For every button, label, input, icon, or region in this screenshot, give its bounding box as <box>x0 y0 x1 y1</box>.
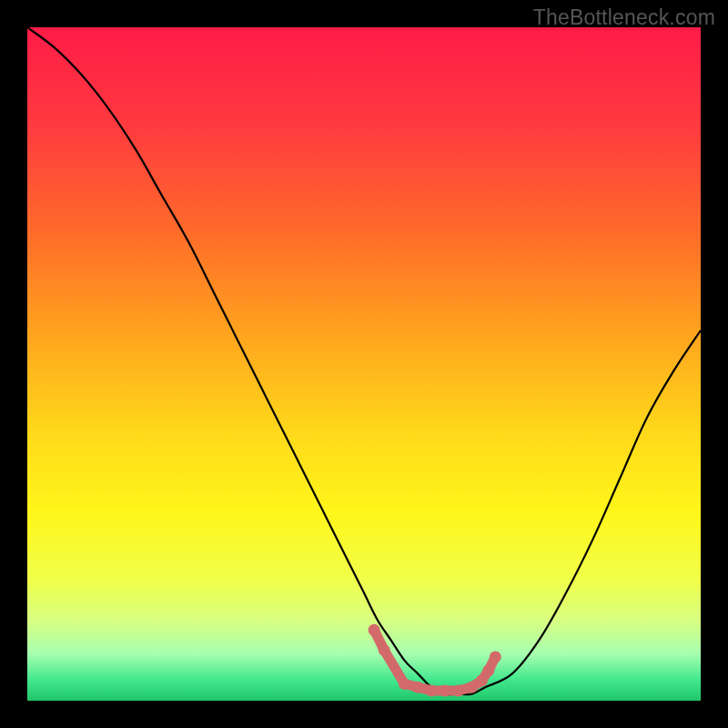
plot-area <box>27 27 701 701</box>
watermark-text: TheBottleneck.com <box>533 5 715 30</box>
chart-frame: TheBottleneck.com <box>0 0 728 728</box>
gradient-background <box>27 27 701 701</box>
marker-dot <box>490 651 501 662</box>
plot-svg <box>27 27 701 701</box>
